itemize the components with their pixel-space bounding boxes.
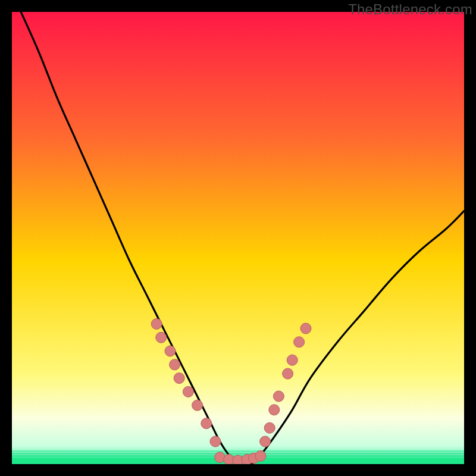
data-point bbox=[269, 405, 280, 415]
band-line bbox=[12, 450, 464, 452]
data-point bbox=[183, 386, 193, 397]
data-point bbox=[174, 373, 184, 384]
data-point bbox=[273, 391, 284, 402]
data-point bbox=[283, 368, 293, 379]
band-line bbox=[12, 453, 464, 455]
data-point bbox=[151, 318, 162, 329]
data-point bbox=[287, 355, 298, 365]
data-point bbox=[156, 332, 167, 343]
data-point bbox=[264, 422, 275, 433]
data-point bbox=[170, 359, 180, 370]
data-point bbox=[255, 450, 266, 461]
data-point bbox=[192, 400, 203, 411]
gradient-background bbox=[12, 12, 464, 464]
data-point bbox=[300, 323, 311, 334]
data-point bbox=[294, 337, 305, 347]
bottleneck-chart bbox=[12, 12, 464, 464]
data-point bbox=[210, 436, 221, 447]
data-point bbox=[165, 346, 176, 356]
watermark-text: TheBottleneck.com bbox=[348, 1, 472, 18]
data-point bbox=[201, 418, 212, 429]
data-point bbox=[260, 436, 271, 447]
chart-svg bbox=[12, 12, 464, 464]
